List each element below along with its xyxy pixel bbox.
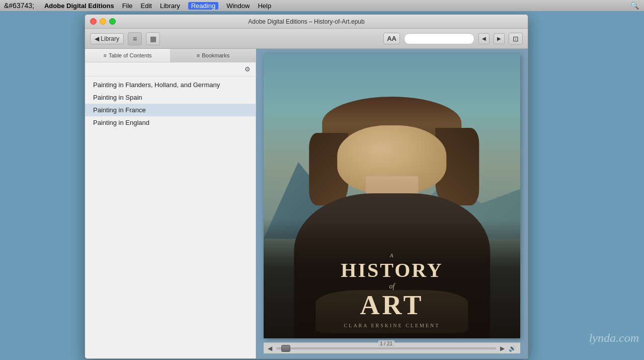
prev-page-button[interactable]: ◀ <box>478 33 490 44</box>
menu-reading[interactable]: Reading <box>188 2 218 10</box>
toc-item-0[interactable]: Painting in Flanders, Holland, and Germa… <box>85 79 256 91</box>
grid-view-button[interactable]: ▦ <box>146 32 160 45</box>
toolbar: ◀ Library ≡ ▦ AA ◀ ▶ ⊡ <box>85 29 528 49</box>
book-area: A HISTORY of ART CLARA ERSKINE CLEMENT ◀… <box>256 49 528 358</box>
tab-bar: ≡ Table of Contents ≡ Bookmarks <box>85 49 256 62</box>
tab-bookmarks[interactable]: ≡ Bookmarks <box>171 49 256 62</box>
minimize-button[interactable] <box>100 18 106 25</box>
fullscreen-button[interactable]: ⊡ <box>509 33 523 45</box>
apple-menu[interactable]: &#63743; <box>4 2 34 10</box>
mac-menubar: &#63743; Adobe Digital Editions File Edi… <box>0 0 644 11</box>
toc-icon: ≡ <box>103 52 106 58</box>
settings-icon[interactable]: ⚙ <box>245 65 251 73</box>
menu-edit[interactable]: Edit <box>141 2 152 10</box>
search-input[interactable] <box>404 33 474 44</box>
page-label: 1 / 21 <box>378 340 394 347</box>
main-content: ≡ Table of Contents ≡ Bookmarks ⚙ Painti… <box>85 49 528 358</box>
menu-help[interactable]: Help <box>258 2 271 10</box>
sidebar-content: ⚙ Painting in Flanders, Holland, and Ger… <box>85 62 256 358</box>
book-title-overlay: A HISTORY of ART CLARA ERSKINE CLEMENT <box>264 219 520 338</box>
book-page: A HISTORY of ART CLARA ERSKINE CLEMENT <box>264 54 520 338</box>
menu-library[interactable]: Library <box>160 2 180 10</box>
toc-item-3[interactable]: Painting in England <box>85 116 256 129</box>
toc-item-1[interactable]: Painting in Spain <box>85 91 256 104</box>
page-slider-track[interactable]: 1 / 21 <box>276 347 496 349</box>
menu-window[interactable]: Window <box>226 2 250 10</box>
book-author: CLARA ERSKINE CLEMENT <box>344 323 440 328</box>
page-prev-arrow[interactable]: ◀ <box>268 345 272 352</box>
search-icon[interactable]: 🔍 <box>629 2 640 10</box>
window-title: Adobe Digital Editions – History-of-Art.… <box>248 18 364 25</box>
sidebar-toolbar: ⚙ <box>85 62 256 77</box>
menu-app-name[interactable]: Adobe Digital Editions <box>44 2 114 10</box>
next-page-button[interactable]: ▶ <box>494 33 505 44</box>
title-history: HISTORY <box>341 259 443 281</box>
traffic-lights <box>90 18 116 25</box>
list-view-button[interactable]: ≡ <box>128 32 142 45</box>
tab-bookmarks-label: Bookmarks <box>202 52 229 58</box>
sidebar: ≡ Table of Contents ≡ Bookmarks ⚙ Painti… <box>85 49 256 358</box>
maximize-button[interactable] <box>109 18 116 25</box>
toc-list: Painting in Flanders, Holland, and Germa… <box>85 77 256 131</box>
title-a: A <box>390 252 394 258</box>
tab-toc-label: Table of Contents <box>109 52 152 58</box>
menu-file[interactable]: File <box>122 2 133 10</box>
font-size-button[interactable]: AA <box>383 33 400 44</box>
title-of: of <box>389 282 395 291</box>
lynda-watermark: lynda.com <box>589 331 639 345</box>
library-button[interactable]: ◀ Library <box>90 33 124 44</box>
speaker-icon[interactable]: 🔊 <box>509 345 516 352</box>
app-window: Adobe Digital Editions – History-of-Art.… <box>85 14 528 359</box>
close-button[interactable] <box>90 18 97 25</box>
page-nav-bar: ◀ 1 / 21 ▶ 🔊 <box>264 342 520 353</box>
book-cover: A HISTORY of ART CLARA ERSKINE CLEMENT <box>264 54 520 338</box>
bookmarks-icon: ≡ <box>197 52 200 58</box>
tab-toc[interactable]: ≡ Table of Contents <box>85 49 171 62</box>
title-bar: Adobe Digital Editions – History-of-Art.… <box>85 15 528 29</box>
toc-item-2[interactable]: Painting in France <box>85 104 256 116</box>
page-slider-thumb[interactable] <box>281 345 290 352</box>
title-art: ART <box>360 292 424 319</box>
page-next-arrow[interactable]: ▶ <box>500 345 505 352</box>
